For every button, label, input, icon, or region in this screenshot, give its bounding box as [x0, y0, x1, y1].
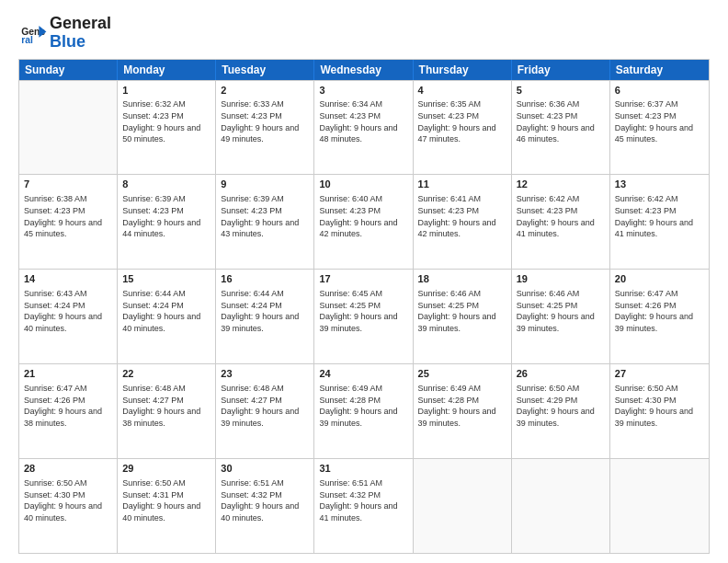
cell-info: Sunrise: 6:47 AM Sunset: 4:26 PM Dayligh… [615, 288, 704, 334]
cal-week-0: 1 Sunrise: 6:32 AM Sunset: 4:23 PM Dayli… [19, 80, 709, 175]
cal-header-thursday: Thursday [414, 60, 512, 80]
day-number: 23 [221, 367, 309, 381]
cell-info: Sunrise: 6:36 AM Sunset: 4:23 PM Dayligh… [517, 98, 605, 144]
cal-week-2: 14 Sunrise: 6:43 AM Sunset: 4:24 PM Dayl… [19, 269, 709, 363]
cell-info: Sunrise: 6:47 AM Sunset: 4:26 PM Dayligh… [24, 383, 112, 429]
cal-cell: 20 Sunrise: 6:47 AM Sunset: 4:26 PM Dayl… [610, 270, 709, 363]
day-number: 1 [122, 84, 210, 98]
cell-info: Sunrise: 6:50 AM Sunset: 4:30 PM Dayligh… [24, 477, 112, 523]
day-number: 30 [221, 462, 309, 476]
cal-cell: 1 Sunrise: 6:32 AM Sunset: 4:23 PM Dayli… [118, 81, 216, 175]
cal-cell: 3 Sunrise: 6:34 AM Sunset: 4:23 PM Dayli… [314, 81, 413, 175]
day-number: 31 [319, 462, 407, 476]
cell-info: Sunrise: 6:40 AM Sunset: 4:23 PM Dayligh… [319, 193, 407, 239]
page: Gene ral GeneralBlue SundayMondayTuesday… [0, 0, 728, 563]
cal-cell: 7 Sunrise: 6:38 AM Sunset: 4:23 PM Dayli… [19, 175, 118, 269]
day-number: 20 [615, 272, 704, 286]
day-number: 17 [319, 272, 407, 286]
day-number: 9 [221, 178, 309, 191]
cal-cell: 4 Sunrise: 6:35 AM Sunset: 4:23 PM Dayli… [414, 81, 512, 175]
cell-info: Sunrise: 6:48 AM Sunset: 4:27 PM Dayligh… [221, 383, 309, 429]
cal-cell: 27 Sunrise: 6:50 AM Sunset: 4:30 PM Dayl… [610, 364, 709, 458]
cell-info: Sunrise: 6:41 AM Sunset: 4:23 PM Dayligh… [418, 193, 506, 239]
cell-info: Sunrise: 6:43 AM Sunset: 4:24 PM Dayligh… [24, 288, 112, 334]
cal-cell [414, 459, 512, 553]
cal-cell: 29 Sunrise: 6:50 AM Sunset: 4:31 PM Dayl… [118, 459, 216, 553]
svg-text:ral: ral [21, 35, 33, 45]
cal-cell: 30 Sunrise: 6:51 AM Sunset: 4:32 PM Dayl… [216, 459, 314, 553]
day-number: 4 [418, 84, 506, 98]
day-number: 24 [319, 367, 407, 381]
cal-cell: 8 Sunrise: 6:39 AM Sunset: 4:23 PM Dayli… [118, 175, 216, 269]
cell-info: Sunrise: 6:39 AM Sunset: 4:23 PM Dayligh… [221, 193, 309, 239]
cal-header-tuesday: Tuesday [216, 60, 314, 80]
cell-info: Sunrise: 6:35 AM Sunset: 4:23 PM Dayligh… [418, 98, 506, 144]
cal-cell: 13 Sunrise: 6:42 AM Sunset: 4:23 PM Dayl… [610, 175, 709, 269]
cell-info: Sunrise: 6:34 AM Sunset: 4:23 PM Dayligh… [319, 98, 407, 144]
day-number: 29 [122, 462, 210, 476]
day-number: 7 [24, 178, 112, 191]
day-number: 6 [615, 84, 704, 98]
day-number: 14 [24, 272, 112, 286]
cal-header-friday: Friday [512, 60, 610, 80]
cell-info: Sunrise: 6:46 AM Sunset: 4:25 PM Dayligh… [517, 288, 605, 334]
cell-info: Sunrise: 6:50 AM Sunset: 4:30 PM Dayligh… [615, 383, 704, 429]
cell-info: Sunrise: 6:49 AM Sunset: 4:28 PM Dayligh… [319, 383, 407, 429]
cal-header-wednesday: Wednesday [314, 60, 413, 80]
cell-info: Sunrise: 6:45 AM Sunset: 4:25 PM Dayligh… [319, 288, 407, 334]
cell-info: Sunrise: 6:51 AM Sunset: 4:32 PM Dayligh… [221, 477, 309, 523]
cal-header-monday: Monday [118, 60, 216, 80]
cal-cell: 26 Sunrise: 6:50 AM Sunset: 4:29 PM Dayl… [512, 364, 610, 458]
day-number: 16 [221, 272, 309, 286]
cell-info: Sunrise: 6:42 AM Sunset: 4:23 PM Dayligh… [615, 193, 704, 239]
cal-cell [19, 81, 118, 175]
cal-cell: 10 Sunrise: 6:40 AM Sunset: 4:23 PM Dayl… [314, 175, 413, 269]
day-number: 15 [122, 272, 210, 286]
cal-cell: 6 Sunrise: 6:37 AM Sunset: 4:23 PM Dayli… [610, 81, 709, 175]
cal-cell: 21 Sunrise: 6:47 AM Sunset: 4:26 PM Dayl… [19, 364, 118, 458]
cal-week-1: 7 Sunrise: 6:38 AM Sunset: 4:23 PM Dayli… [19, 174, 709, 269]
cell-info: Sunrise: 6:44 AM Sunset: 4:24 PM Dayligh… [122, 288, 210, 334]
cal-week-3: 21 Sunrise: 6:47 AM Sunset: 4:26 PM Dayl… [19, 363, 709, 458]
calendar-body: 1 Sunrise: 6:32 AM Sunset: 4:23 PM Dayli… [19, 80, 709, 553]
day-number: 21 [24, 367, 112, 381]
day-number: 2 [221, 84, 309, 98]
cal-week-4: 28 Sunrise: 6:50 AM Sunset: 4:30 PM Dayl… [19, 458, 709, 553]
cal-cell: 31 Sunrise: 6:51 AM Sunset: 4:32 PM Dayl… [314, 459, 413, 553]
cell-info: Sunrise: 6:38 AM Sunset: 4:23 PM Dayligh… [24, 193, 112, 239]
day-number: 11 [418, 178, 506, 191]
cell-info: Sunrise: 6:44 AM Sunset: 4:24 PM Dayligh… [221, 288, 309, 334]
day-number: 3 [319, 84, 407, 98]
cal-cell: 25 Sunrise: 6:49 AM Sunset: 4:28 PM Dayl… [414, 364, 512, 458]
cal-cell: 14 Sunrise: 6:43 AM Sunset: 4:24 PM Dayl… [19, 270, 118, 363]
cell-info: Sunrise: 6:50 AM Sunset: 4:31 PM Dayligh… [122, 477, 210, 523]
cal-cell: 11 Sunrise: 6:41 AM Sunset: 4:23 PM Dayl… [414, 175, 512, 269]
cal-cell [512, 459, 610, 553]
cell-info: Sunrise: 6:32 AM Sunset: 4:23 PM Dayligh… [122, 98, 210, 144]
cal-cell: 2 Sunrise: 6:33 AM Sunset: 4:23 PM Dayli… [216, 81, 314, 175]
cal-cell: 5 Sunrise: 6:36 AM Sunset: 4:23 PM Dayli… [512, 81, 610, 175]
cal-header-saturday: Saturday [610, 60, 709, 80]
cal-cell [610, 459, 709, 553]
day-number: 22 [122, 367, 210, 381]
cal-cell: 17 Sunrise: 6:45 AM Sunset: 4:25 PM Dayl… [314, 270, 413, 363]
calendar-header-row: SundayMondayTuesdayWednesdayThursdayFrid… [19, 60, 709, 80]
cell-info: Sunrise: 6:50 AM Sunset: 4:29 PM Dayligh… [517, 383, 605, 429]
day-number: 27 [615, 367, 704, 381]
cal-cell: 15 Sunrise: 6:44 AM Sunset: 4:24 PM Dayl… [118, 270, 216, 363]
cal-cell: 18 Sunrise: 6:46 AM Sunset: 4:25 PM Dayl… [414, 270, 512, 363]
day-number: 10 [319, 178, 407, 191]
calendar: SundayMondayTuesdayWednesdayThursdayFrid… [18, 59, 710, 554]
cell-info: Sunrise: 6:33 AM Sunset: 4:23 PM Dayligh… [221, 98, 309, 144]
cell-info: Sunrise: 6:51 AM Sunset: 4:32 PM Dayligh… [319, 477, 407, 523]
cal-cell: 28 Sunrise: 6:50 AM Sunset: 4:30 PM Dayl… [19, 459, 118, 553]
cell-info: Sunrise: 6:49 AM Sunset: 4:28 PM Dayligh… [418, 383, 506, 429]
cell-info: Sunrise: 6:42 AM Sunset: 4:23 PM Dayligh… [517, 193, 605, 239]
day-number: 8 [122, 178, 210, 191]
logo-icon: Gene ral [18, 18, 48, 48]
cal-cell: 24 Sunrise: 6:49 AM Sunset: 4:28 PM Dayl… [314, 364, 413, 458]
cal-cell: 16 Sunrise: 6:44 AM Sunset: 4:24 PM Dayl… [216, 270, 314, 363]
day-number: 12 [517, 178, 605, 191]
day-number: 18 [418, 272, 506, 286]
cell-info: Sunrise: 6:37 AM Sunset: 4:23 PM Dayligh… [615, 98, 704, 144]
